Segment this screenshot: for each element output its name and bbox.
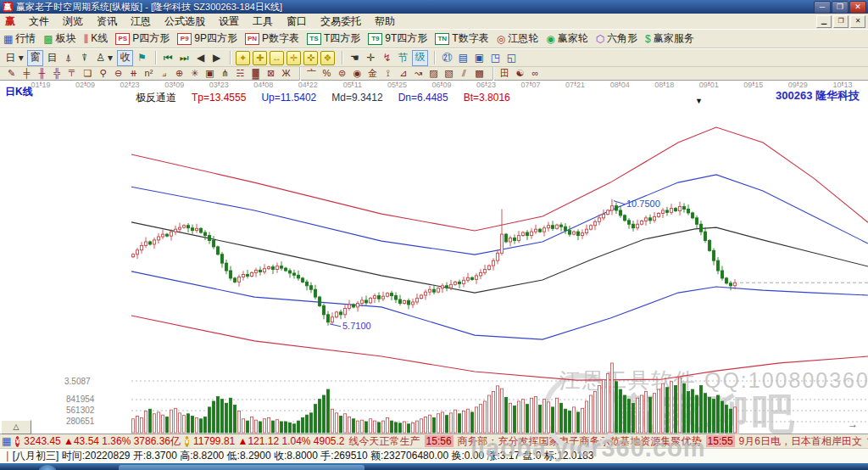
save-icon[interactable]: ◳ [488, 51, 503, 65]
menu-item-交易委托[interactable]: 交易委托 [314, 14, 368, 30]
candle-body [225, 263, 227, 271]
infinity-tool-button[interactable]: ∞ [529, 68, 542, 79]
gann-diamond-4-button[interactable]: ✛ [287, 51, 301, 65]
level-icon[interactable]: 级 [412, 50, 428, 66]
golden-section-tool-button[interactable]: 金 [366, 68, 379, 79]
menu-item-窗口[interactable]: 窗口 [280, 14, 314, 30]
crosshair-tool-button[interactable]: ✛ [364, 51, 378, 65]
minimize-button[interactable]: ─ [814, 1, 831, 14]
gann-diamond-2-button[interactable]: ✚ [253, 51, 267, 65]
retrace-tool-button[interactable]: 〦 [305, 68, 318, 79]
zigzag-tool-button[interactable]: ↯ [380, 51, 394, 65]
maximize-button[interactable]: ❐ [832, 1, 849, 14]
pitchfork-tool-button[interactable]: ⋔ [219, 68, 231, 79]
hatch2-tool-button[interactable]: ▧ [442, 68, 455, 79]
period-dropdown[interactable]: 日 ▾ [3, 51, 25, 65]
measure-tool-button[interactable]: ⚲ [97, 68, 109, 79]
flag-icon[interactable]: ⚑ [135, 51, 149, 65]
volume-bar [555, 398, 558, 433]
gann-circle-tool-button[interactable]: ⊕ [173, 68, 186, 79]
grid2-tool-button[interactable]: ▩ [473, 68, 486, 79]
candle-body [284, 268, 287, 271]
next-bar-button[interactable]: ▶ [209, 51, 224, 65]
first-bar-button[interactable]: ⏮ [161, 51, 175, 65]
arrow-tool-button[interactable]: ↝ [412, 68, 425, 79]
quotes-button[interactable]: ▦行情 [3, 31, 36, 46]
menu-item-资讯[interactable]: 资讯 [90, 14, 124, 30]
ruler-tool-button[interactable]: ⧺ [127, 68, 140, 79]
taskbar-app-button[interactable] [119, 465, 364, 470]
winner-wheel-button[interactable]: ◉赢家轮 [546, 31, 587, 46]
sectors-button[interactable]: ▩板块 [43, 31, 75, 46]
mdi-minimize-button[interactable]: ▁ [816, 15, 832, 28]
yinyang-tool-button[interactable]: ☯ [514, 68, 526, 79]
square-number-tool-button[interactable]: n² [142, 68, 155, 79]
gann-fan-tool-button[interactable]: ✳ [188, 68, 201, 79]
candle-down-icon[interactable]: ⍒ [77, 51, 92, 65]
gann-box-tool-button[interactable]: ▣ [203, 68, 216, 79]
gann-diamond-6-button[interactable]: ❖ [320, 51, 335, 65]
matrix-tool-button[interactable]: 田 [498, 68, 511, 79]
triangle-tool-button[interactable]: ⊿ [397, 68, 409, 79]
pencil-tool-button[interactable]: ✎ [5, 68, 18, 79]
hline-tool-button[interactable]: ╪ [20, 68, 33, 79]
menu-item-文件[interactable]: 文件 [22, 14, 56, 30]
percent-tool-button[interactable]: % [320, 68, 333, 79]
hatch1-tool-button[interactable]: ▨ [427, 68, 440, 79]
mdi-restore-button[interactable]: ❐ [833, 15, 849, 28]
list-view-icon[interactable]: 目 [45, 51, 59, 65]
delete-tool-button[interactable]: ⊠ [264, 68, 277, 79]
mdi-close-button[interactable]: ✕ [850, 15, 865, 28]
print-icon[interactable]: ◱ [504, 51, 519, 65]
t-number-table-button[interactable]: TNT数字表 [435, 31, 488, 46]
tile-windows-icon[interactable]: 窗 [27, 50, 43, 66]
menu-item-浏览[interactable]: 浏览 [56, 14, 90, 30]
speed-lines-tool-button[interactable]: ⫽ [458, 68, 470, 79]
scroll-right-arrow[interactable]: → [848, 418, 858, 430]
hexagon-button[interactable]: ⬡六角形 [596, 31, 637, 46]
shade-tool-button[interactable]: ▓ [249, 68, 262, 79]
gann-diamond-3-button[interactable]: ↔ [270, 51, 284, 65]
last-bar-button[interactable]: ⏭ [177, 51, 192, 65]
winner-service-button[interactable]: $赢家服务 [645, 31, 694, 46]
price-chart[interactable]: 01-1902-0902-2303-0903-2304-0804-2205-11… [0, 81, 868, 434]
festival-icon[interactable]: 节 [396, 51, 410, 65]
prev-bar-button[interactable]: ◀ [193, 51, 208, 65]
channel-tool-button[interactable]: 〒 [66, 68, 79, 79]
notes-icon[interactable]: ▣ [472, 51, 487, 65]
menu-item-帮助[interactable]: 帮助 [368, 14, 402, 30]
hand-tool-button[interactable]: ☚ [348, 51, 362, 65]
menu-item-江恩[interactable]: 江恩 [124, 14, 158, 30]
t-square-button[interactable]: TST四方形 [307, 31, 360, 46]
box-tool-button[interactable]: ❏ [81, 68, 94, 79]
ellipse-tool-button[interactable]: ⊖ [112, 68, 125, 79]
kline-button[interactable]: ⫼K线 [84, 31, 108, 46]
cycle-lines-tool-button[interactable]: ☵ [234, 68, 247, 79]
gann-diamond-5-button[interactable]: ✜ [303, 51, 318, 65]
p-square-button[interactable]: PSP四方形 [115, 31, 170, 46]
shenzhen-index-icon: ¥ [185, 436, 189, 447]
star-lines-tool-button[interactable]: Ж [280, 68, 292, 79]
gann-wheel-button[interactable]: ◎江恩轮 [497, 31, 538, 46]
percent-circle-tool-button[interactable]: ⊜ [336, 68, 348, 79]
candle-body [725, 278, 727, 283]
angle-tool-button[interactable]: ⟓ [158, 68, 170, 79]
candle-up-icon[interactable]: ⍋ [61, 51, 75, 65]
multi-line-tool-button[interactable]: ╬ [51, 68, 64, 79]
time-ruler-tool-button[interactable]: ⟟ [381, 68, 394, 79]
p-number-table-button[interactable]: PNP数字表 [245, 31, 299, 46]
gann-diamond-1-button[interactable]: ✦ [236, 51, 250, 65]
menu-item-公式选股[interactable]: 公式选股 [158, 14, 212, 30]
golden-circle-tool-button[interactable]: ◉ [351, 68, 364, 79]
candle-style-dropdown[interactable]: ♙ ▾ [93, 51, 115, 65]
calculator-icon[interactable]: ▤ [456, 51, 470, 65]
menu-item-工具[interactable]: 工具 [246, 14, 280, 30]
calendar-icon[interactable]: ㉑ [440, 51, 454, 65]
9t-square-button[interactable]: T99T四方形 [368, 31, 427, 46]
9p-square-button[interactable]: P99P四方形 [177, 31, 237, 46]
close-price-icon[interactable]: 收 [117, 50, 133, 66]
collapse-pane-button[interactable]: △ [1, 420, 31, 434]
menu-item-设置[interactable]: 设置 [212, 14, 246, 30]
close-button[interactable]: ✕ [849, 1, 866, 14]
grid-line-tool-button[interactable]: ╫ [36, 68, 48, 79]
